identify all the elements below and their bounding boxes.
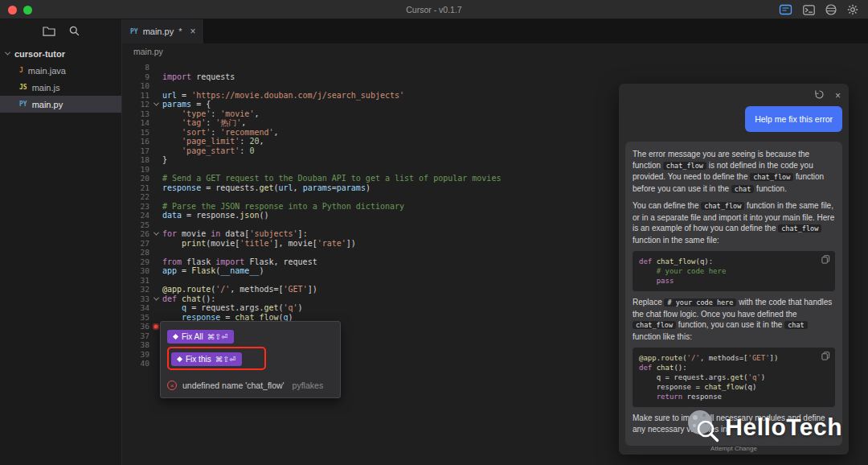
sidebar: cursor-tutor J main.java JS main.js PY m… — [0, 19, 122, 465]
copy-icon[interactable] — [821, 352, 830, 363]
chat-code-block: def chat_flow(q): # your code here pass — [633, 251, 835, 291]
fix-all-button[interactable]: Fix All ⌘⇧⏎ — [167, 330, 234, 344]
sparkle-icon — [173, 334, 178, 339]
js-file-icon: JS — [19, 84, 27, 91]
tab-main-py[interactable]: PY main.py * × — [122, 19, 204, 43]
tab-modified-indicator: * — [178, 27, 182, 36]
fix-this-button[interactable]: Fix this ⌘⇧⏎ — [171, 352, 242, 366]
tab-label: main.py — [143, 27, 174, 36]
fold-chevron-icon[interactable] — [153, 294, 158, 300]
file-label: main.java — [28, 66, 66, 76]
fold-chevron-icon[interactable] — [153, 101, 158, 106]
sparkle-icon — [177, 356, 182, 362]
hellotech-watermark: HelloTech — [685, 407, 842, 447]
folder-label: cursor-tutor — [14, 49, 65, 59]
assistant-response-bubble: The error message you are seeing is beca… — [625, 142, 842, 446]
sidebar-item-main-java[interactable]: J main.java — [0, 62, 121, 79]
settings-gear-icon[interactable] — [847, 4, 858, 15]
files-explorer-icon[interactable] — [43, 25, 55, 39]
terminal-icon[interactable] — [803, 5, 815, 15]
chat-code-block: @app.route('/', methods=['GET'])def chat… — [633, 348, 835, 407]
chat-paragraph: The error message you are seeing is beca… — [633, 149, 835, 195]
diagnostic-source: pyflakes — [293, 381, 324, 390]
chat-panel-icon[interactable] — [779, 4, 792, 15]
assistant-orb-icon[interactable] — [825, 4, 837, 15]
traffic-lights — [8, 0, 32, 19]
file-label: main.js — [32, 83, 60, 93]
sidebar-item-main-js[interactable]: JS main.js — [0, 79, 121, 96]
diagnostic-row: × undefined name 'chat_flow' pyflakes — [167, 381, 329, 390]
code-line-9[interactable]: 9import requests — [122, 72, 868, 82]
watermark-text: HelloTech — [725, 414, 842, 441]
sidebar-item-main-py[interactable]: PY main.py — [0, 96, 121, 113]
history-icon[interactable] — [814, 88, 825, 103]
error-icon: × — [167, 381, 177, 390]
shortcut-keys: ⌘⇧⏎ — [215, 355, 235, 364]
ai-chat-panel: × Help me fix this error The error messa… — [619, 84, 849, 455]
close-window-button[interactable] — [8, 6, 17, 14]
copy-icon[interactable] — [821, 255, 830, 266]
python-file-icon: PY — [130, 28, 138, 35]
fold-chevron-icon[interactable] — [153, 230, 158, 236]
tab-close-icon[interactable]: × — [190, 26, 195, 37]
python-file-icon: PY — [19, 101, 27, 108]
chat-paragraph: You can define the chat_flow function in… — [633, 200, 835, 245]
tab-bar: PY main.py * × — [122, 19, 868, 43]
window-title: Cursor - v0.1.7 — [0, 5, 868, 14]
shortcut-keys: ⌘⇧⏎ — [207, 332, 227, 341]
zoom-window-button[interactable] — [23, 6, 32, 14]
code-line-8[interactable]: 8 — [122, 63, 868, 72]
fix-all-label: Fix All — [182, 332, 203, 341]
file-label: main.py — [32, 100, 63, 109]
diagnostic-message: undefined name 'chat_flow' — [182, 381, 285, 390]
chat-paragraph: Replace # your code here with the code t… — [633, 297, 835, 342]
java-file-icon: J — [19, 67, 23, 74]
search-icon[interactable] — [69, 25, 80, 39]
breadcrumb[interactable]: main.py — [122, 43, 868, 60]
breadcrumb-item[interactable]: main.py — [133, 47, 163, 56]
help-me-fix-button[interactable]: Help me fix this error — [745, 106, 842, 132]
red-annotation-box: Fix this ⌘⇧⏎ — [167, 347, 266, 370]
folder-cursor-tutor[interactable]: cursor-tutor — [0, 45, 121, 62]
chevron-down-icon — [5, 50, 10, 56]
close-panel-icon[interactable]: × — [835, 91, 841, 101]
gutter-error-icon — [153, 323, 159, 330]
hellotech-logo-icon — [685, 407, 720, 447]
titlebar: Cursor - v0.1.7 — [0, 0, 868, 19]
quickfix-popup: Fix All ⌘⇧⏎ Fix this ⌘⇧⏎ × undefined nam… — [160, 321, 341, 398]
fix-this-label: Fix this — [186, 355, 211, 364]
